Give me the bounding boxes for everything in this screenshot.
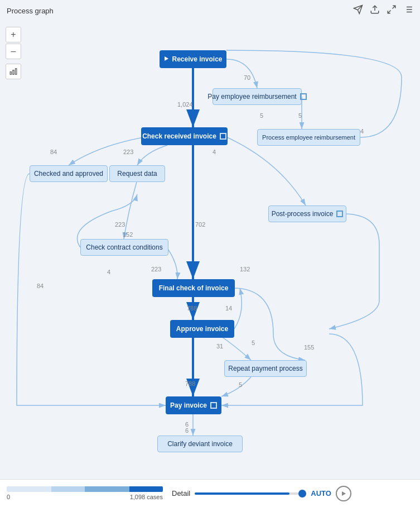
approve-invoice-label: Approve invoice: [176, 325, 228, 333]
edge-label-6b: 6: [185, 427, 189, 434]
main-panel: Process graph + –: [0, 0, 420, 507]
cases-label: 0 1,098 cases: [7, 494, 163, 500]
footer: 0 1,098 cases Detail AUTO: [0, 479, 420, 507]
edge-label-4c: 4: [107, 269, 110, 275]
post-process-invoice-node[interactable]: Post-process invoice: [268, 205, 346, 222]
svg-line-3: [393, 6, 395, 8]
process-employee-reimbursement-node[interactable]: Process employee reimbursement: [257, 129, 360, 146]
receive-invoice-label: Receive invoice: [172, 55, 222, 63]
post-process-invoice-checkbox: [336, 211, 343, 217]
request-data-label: Request data: [117, 170, 157, 178]
chart-button[interactable]: [6, 64, 21, 79]
edge-label-14: 14: [225, 305, 232, 312]
cases-bar: 0 1,098 cases: [7, 486, 163, 500]
header-actions: [353, 4, 413, 17]
bar-seg-2: [51, 486, 85, 492]
graph-edges: [0, 21, 420, 485]
edge-label-31: 31: [216, 343, 223, 350]
clarify-deviant-invoice-node[interactable]: Clarify deviant invoice: [157, 436, 243, 452]
edge-label-5b: 5: [298, 112, 302, 119]
play-button[interactable]: [336, 486, 351, 501]
clarify-deviant-invoice-label: Clarify deviant invoice: [167, 440, 233, 448]
bar-seg-4: [129, 486, 163, 492]
edge-label-5c: 5: [252, 339, 255, 346]
receive-invoice-node[interactable]: Receive invoice: [160, 50, 226, 68]
bar-track: [7, 486, 163, 492]
edge-label-152: 152: [123, 231, 133, 238]
pay-employee-reimbursement-node[interactable]: Pay employee reimbursement: [213, 88, 302, 105]
process-employee-reimbursement-label: Process employee reimbursement: [262, 134, 355, 141]
pay-employee-reimbursement-label: Pay employee reimbursement: [207, 93, 296, 101]
final-check-of-invoice-node[interactable]: Final check of invoice: [152, 279, 235, 297]
approve-invoice-node[interactable]: Approve invoice: [170, 320, 234, 338]
svg-marker-23: [342, 491, 346, 496]
edge-label-84b: 84: [37, 283, 44, 289]
edge-label-4a: 4: [360, 128, 364, 135]
page-title: Process graph: [7, 7, 54, 15]
check-received-invoice-label: Check received invoice: [142, 132, 216, 140]
detail-bar-container: Detail AUTO: [172, 486, 413, 501]
post-process-invoice-label: Post-process invoice: [272, 210, 334, 218]
svg-rect-13: [10, 72, 11, 75]
pay-invoice-checkbox: [210, 402, 217, 409]
svg-rect-11: [16, 69, 17, 75]
edge-label-788b: 788: [185, 380, 195, 387]
cases-min: 0: [7, 494, 10, 500]
svg-marker-22: [165, 56, 168, 61]
request-data-node[interactable]: Request data: [109, 165, 165, 182]
check-received-invoice-node[interactable]: Check received invoice: [141, 127, 228, 145]
repeat-payment-process-label: Repeat payment process: [228, 365, 302, 372]
check-contract-conditions-label: Check contract conditions: [86, 243, 162, 251]
send-icon[interactable]: [353, 4, 363, 17]
edge-label-223a: 223: [123, 149, 133, 155]
svg-rect-12: [13, 70, 14, 75]
edge-label-788a: 788: [187, 305, 197, 312]
edge-label-5d: 5: [239, 381, 242, 388]
edge-label-702: 702: [195, 221, 205, 228]
detail-label: Detail: [172, 489, 190, 498]
edge-label-155: 155: [304, 344, 314, 351]
slider-fill: [195, 492, 289, 495]
cases-max: 1,098 cases: [130, 494, 163, 500]
graph-area: + –: [0, 21, 420, 485]
zoom-in-button[interactable]: +: [6, 27, 21, 42]
edge-label-223b: 223: [115, 221, 125, 228]
menu-icon[interactable]: [403, 4, 413, 17]
header: Process graph: [0, 0, 420, 21]
auto-label: AUTO: [311, 489, 331, 498]
checked-and-approved-label: Checked and approved: [34, 170, 103, 178]
edge-label-1024: 1,024: [177, 101, 193, 108]
start-icon: [163, 55, 169, 63]
pay-invoice-label: Pay invoice: [170, 401, 207, 409]
edge-label-4b: 4: [213, 149, 216, 155]
repeat-payment-process-node[interactable]: Repeat payment process: [224, 360, 307, 377]
bar-seg-3: [85, 486, 129, 492]
edge-label-70: 70: [244, 74, 250, 81]
pay-employee-checkbox: [300, 93, 307, 100]
edge-label-223c: 223: [151, 266, 161, 272]
bar-seg-1: [7, 486, 51, 492]
final-check-of-invoice-label: Final check of invoice: [159, 284, 229, 292]
zoom-controls: + –: [6, 27, 21, 79]
zoom-out-button[interactable]: –: [6, 44, 21, 59]
upload-icon[interactable]: [370, 4, 380, 17]
pay-invoice-node[interactable]: Pay invoice: [166, 396, 221, 414]
edge-label-5a: 5: [260, 112, 263, 119]
checked-and-approved-node[interactable]: Checked and approved: [30, 165, 108, 182]
check-received-invoice-checkbox: [220, 133, 226, 140]
slider-thumb: [298, 490, 306, 498]
check-contract-conditions-node[interactable]: Check contract conditions: [80, 239, 168, 256]
svg-line-4: [388, 11, 390, 13]
edge-label-84a: 84: [50, 149, 57, 155]
expand-icon[interactable]: [387, 4, 397, 17]
edge-label-132: 132: [240, 266, 250, 272]
detail-slider[interactable]: [195, 492, 306, 495]
